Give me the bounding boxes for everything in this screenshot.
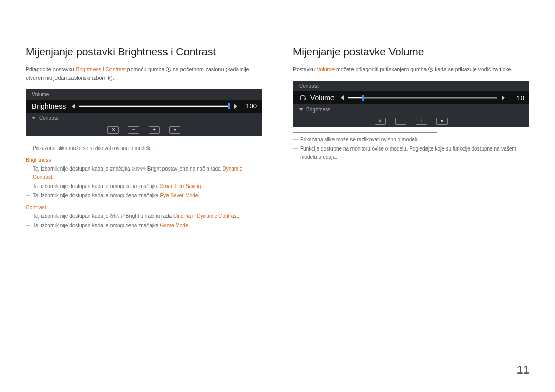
rule [26,36,262,36]
kw: Eye Saver Mode [160,193,198,198]
t: možete prilagoditi pritiskanjem gumba [335,66,428,72]
t: Prilagodite postavku [26,66,76,72]
note: Taj izbornik nije dostupan kada je znača… [26,165,262,181]
svg-rect-1 [304,98,305,100]
intro-right: Postavku Volume možete prilagoditi priti… [293,65,529,73]
kw: Smart Eco Saving [160,183,201,189]
t: Postavku [293,66,317,72]
osd-top-row: Contrast [293,81,529,91]
note: Taj izbornik nije dostupan kada je omogu… [26,192,262,200]
kw-brightness: Brightness [76,66,101,72]
subhead-contrast: Contrast [26,204,262,210]
right-column: Mijenjanje postavke Volume Postavku Volu… [293,36,529,231]
samsung-magic-icon: SAMSUNGMAGIC [132,167,146,171]
t: ili [191,213,197,219]
jog-icon [428,67,433,72]
note: Taj izbornik nije dostupan kada je SAMSU… [26,212,262,220]
osd-top-label: Volume [32,91,49,97]
t: Taj izbornik nije dostupan kada je omogu… [33,222,160,228]
close-icon[interactable]: ✕ [375,118,386,125]
osd-value: 100 [242,102,257,110]
t: Taj izbornik nije dostupan kada je omogu… [33,183,160,189]
osd-top-row: Volume [26,89,262,100]
osd-main-row: Brightness 100 [26,100,262,113]
minus-icon[interactable]: − [128,126,139,134]
down-icon[interactable]: ▾ [169,126,180,134]
subhead-brightness: Brightness [26,157,262,163]
note: Prikazana slika može se razlikovati ovis… [293,136,529,144]
heading-brightness-contrast: Mijenjanje postavki Brightness i Contras… [26,46,262,58]
plus-icon[interactable]: + [416,118,427,125]
osd-main-label: Brightness [32,102,66,110]
brightness-slider[interactable] [79,105,230,107]
note: Taj izbornik nije dostupan kada je omogu… [26,221,262,230]
note: Prikazana slika može se razlikovati ovis… [26,144,262,153]
intro-left: Prilagodite postavku Brightness i Contra… [26,65,262,82]
osd-volume: Contrast Volume 10 Brightness [293,81,529,127]
kw-volume: Volume [317,66,335,72]
osd-bottom-row: Brightness [293,104,529,115]
t: kada se prikazuje vodič za tipke. [433,66,512,72]
volume-slider[interactable] [348,97,497,99]
plus-icon[interactable]: + [149,126,160,134]
page-number: 11 [517,363,529,377]
note-rule [293,132,437,133]
note: Taj izbornik nije dostupan kada je omogu… [26,182,262,191]
kw: Dynamic Contrast [197,213,238,219]
left-arrow-icon[interactable] [72,104,75,109]
down-icon[interactable]: ▾ [436,118,448,125]
osd-brightness: Volume Brightness 100 Contrast ✕ − + [26,89,262,136]
osd-bottom-row: Contrast [26,113,262,123]
t: Taj izbornik nije dostupan kada je [33,213,110,219]
samsung-magic-icon: SAMSUNGMAGIC [110,215,125,218]
osd-main-label: Volume [310,94,335,102]
osd-button-bar: ✕ − + ▾ [26,123,262,136]
rule [293,36,529,36]
svg-rect-0 [300,98,301,100]
t: Bright [126,213,139,219]
osd-top-label: Contrast [299,83,319,89]
kw: Cinema [173,213,191,219]
close-icon[interactable]: ✕ [107,126,119,134]
t: pomoću gumba [126,66,166,72]
t: postavljena na način rada [161,166,223,172]
headphones-icon [299,94,306,101]
osd-main-row: Volume 10 [293,91,529,104]
t: Taj izbornik nije dostupan kada je znača… [33,166,132,172]
left-arrow-icon[interactable] [341,95,344,100]
t: Taj izbornik nije dostupan kada je omogu… [33,193,160,198]
note: Funkcije dostupne na monitoru ovise o mo… [293,145,529,161]
heading-volume: Mijenjanje postavke Volume [293,46,529,58]
note-rule [26,141,170,141]
kw-contrast: Contrast [105,66,126,72]
right-arrow-icon[interactable] [502,95,505,100]
t: u načinu rada [139,213,173,219]
minus-icon[interactable]: − [395,118,406,125]
right-arrow-icon[interactable] [234,104,237,109]
osd-button-bar: ✕ − + ▾ [293,115,529,127]
osd-value: 10 [509,94,524,102]
jog-icon [166,67,171,72]
left-column: Mijenjanje postavki Brightness i Contras… [26,36,262,231]
kw: Game Mode [160,222,188,228]
t: Bright [147,166,161,172]
osd-bottom-label: Contrast [39,115,59,121]
osd-bottom-label: Brightness [306,107,330,113]
